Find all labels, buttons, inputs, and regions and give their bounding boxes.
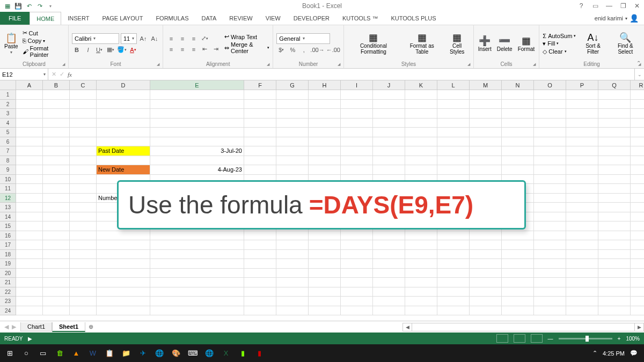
cell-E23[interactable]: [150, 297, 244, 306]
cell-C15[interactable]: [70, 221, 97, 231]
cell-R15[interactable]: [631, 221, 644, 231]
page-layout-view-button[interactable]: [514, 334, 525, 343]
cell-B24[interactable]: [43, 306, 70, 316]
cell-K2[interactable]: [405, 100, 437, 109]
row-header-21[interactable]: 21: [0, 278, 16, 287]
sheet-tab-sheet1[interactable]: Sheet1: [52, 322, 85, 332]
cell-J17[interactable]: [373, 240, 405, 250]
cell-H6[interactable]: [309, 137, 341, 147]
cell-O21[interactable]: [534, 278, 566, 287]
cell-H24[interactable]: [309, 306, 341, 316]
percent-button[interactable]: %: [288, 45, 297, 55]
cell-A4[interactable]: [16, 119, 43, 128]
cell-Q21[interactable]: [598, 278, 631, 287]
cell-D5[interactable]: [97, 128, 150, 137]
cell-Q10[interactable]: [598, 175, 631, 184]
zoom-out-button[interactable]: —: [548, 336, 553, 342]
cell-J16[interactable]: [373, 231, 405, 241]
shrink-font-button[interactable]: A↓: [150, 34, 159, 43]
cell-D23[interactable]: [97, 297, 150, 306]
cell-I20[interactable]: [341, 269, 373, 278]
taskbar-app-6[interactable]: ✈: [135, 346, 150, 360]
cell-Q3[interactable]: [598, 109, 631, 119]
cell-J20[interactable]: [373, 269, 405, 278]
cell-O24[interactable]: [534, 306, 566, 316]
start-button[interactable]: ⊞: [2, 346, 17, 360]
font-size-select[interactable]: 11: [121, 33, 137, 44]
cell-I24[interactable]: [341, 306, 373, 316]
cell-L24[interactable]: [437, 306, 470, 316]
cell-D3[interactable]: [97, 109, 150, 119]
cell-R11[interactable]: [631, 184, 644, 194]
cell-R10[interactable]: [631, 175, 644, 184]
cell-Q22[interactable]: [598, 287, 631, 297]
save-icon[interactable]: 💾: [14, 2, 23, 10]
worksheet-grid[interactable]: ABCDEFGHIJKLMNOPQR 123456789101112131415…: [0, 80, 644, 321]
cell-B22[interactable]: [43, 287, 70, 297]
cell-G3[interactable]: [276, 109, 309, 119]
wrap-text-button[interactable]: ↩Wrap Text: [224, 33, 269, 40]
cancel-formula-icon[interactable]: ✕: [52, 71, 56, 78]
cell-N21[interactable]: [502, 278, 534, 287]
cell-Q1[interactable]: [598, 90, 631, 100]
cell-D20[interactable]: [97, 269, 150, 278]
cell-Q12[interactable]: [598, 194, 631, 203]
orientation-button[interactable]: ⤢ ▾: [200, 34, 210, 43]
cell-L7[interactable]: [437, 146, 470, 156]
row-header-18[interactable]: 18: [0, 250, 16, 260]
cell-N3[interactable]: [502, 109, 534, 119]
cell-B16[interactable]: [43, 231, 70, 241]
cell-P24[interactable]: [566, 306, 598, 316]
add-sheet-button[interactable]: ⊕: [85, 323, 96, 330]
cell-C14[interactable]: [70, 212, 97, 222]
cell-P10[interactable]: [566, 175, 598, 184]
enter-formula-icon[interactable]: ✓: [60, 71, 64, 78]
cell-F9[interactable]: [244, 165, 276, 175]
col-header-O[interactable]: O: [534, 80, 566, 90]
tab-data[interactable]: DATA: [195, 12, 223, 25]
cell-F18[interactable]: [244, 250, 276, 260]
cell-G2[interactable]: [276, 100, 309, 109]
cell-J3[interactable]: [373, 109, 405, 119]
cell-F5[interactable]: [244, 128, 276, 137]
cell-G24[interactable]: [276, 306, 309, 316]
cell-F4[interactable]: [244, 119, 276, 128]
cell-H18[interactable]: [309, 250, 341, 260]
cell-Q13[interactable]: [598, 203, 631, 212]
cell-F17[interactable]: [244, 240, 276, 250]
font-name-select[interactable]: Calibri: [72, 33, 119, 44]
cell-I7[interactable]: [341, 146, 373, 156]
tab-insert[interactable]: INSERT: [61, 12, 96, 25]
cell-F2[interactable]: [244, 100, 276, 109]
cell-D17[interactable]: [97, 240, 150, 250]
cell-D4[interactable]: [97, 119, 150, 128]
minimize-icon[interactable]: —: [604, 2, 614, 10]
cell-O6[interactable]: [534, 137, 566, 147]
cell-B20[interactable]: [43, 269, 70, 278]
cell-K19[interactable]: [405, 259, 437, 269]
cell-C16[interactable]: [70, 231, 97, 241]
cell-R22[interactable]: [631, 287, 644, 297]
cell-B5[interactable]: [43, 128, 70, 137]
number-format-select[interactable]: General: [276, 33, 330, 44]
cell-B13[interactable]: [43, 203, 70, 212]
cell-D16[interactable]: [97, 231, 150, 241]
cell-K24[interactable]: [405, 306, 437, 316]
cell-Q18[interactable]: [598, 250, 631, 260]
cell-B6[interactable]: [43, 137, 70, 147]
cell-R4[interactable]: [631, 119, 644, 128]
cell-P2[interactable]: [566, 100, 598, 109]
cell-K16[interactable]: [405, 231, 437, 241]
taskbar-app-1[interactable]: 🗑: [52, 346, 67, 360]
cell-P4[interactable]: [566, 119, 598, 128]
cell-P23[interactable]: [566, 297, 598, 306]
cell-L3[interactable]: [437, 109, 470, 119]
cell-O9[interactable]: [534, 165, 566, 175]
cell-M19[interactable]: [470, 259, 502, 269]
cell-N19[interactable]: [502, 259, 534, 269]
cell-P11[interactable]: [566, 184, 598, 194]
cell-J8[interactable]: [373, 156, 405, 166]
cell-C10[interactable]: [70, 175, 97, 184]
cell-N16[interactable]: [502, 231, 534, 241]
maximize-icon[interactable]: ❐: [618, 2, 628, 10]
